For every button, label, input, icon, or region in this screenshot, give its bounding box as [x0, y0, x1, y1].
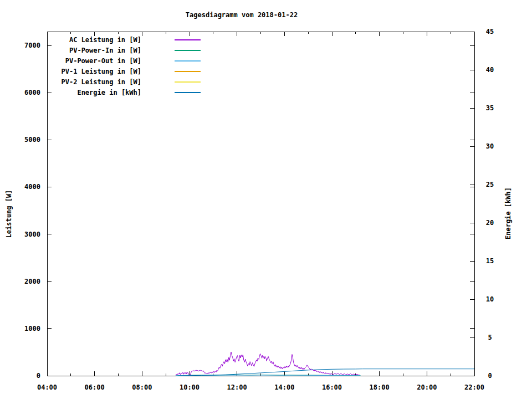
y-left-tick-label: 0 [37, 372, 40, 380]
x-tick-label: 14:00 [274, 383, 294, 391]
legend-color-swatch [175, 92, 201, 93]
y-left-tick-label: 6000 [24, 89, 40, 96]
legend-color-swatch [175, 81, 201, 83]
legend-label: AC Leistung in [W] [53, 36, 141, 44]
x-tick-label: 16:00 [322, 383, 342, 391]
legend-color-swatch [175, 60, 201, 62]
chart-canvas: 04:0006:0008:0010:0012:0014:0016:0018:00… [0, 0, 532, 399]
series-line-ac-leistung [176, 352, 360, 375]
x-tick-label: 10:00 [180, 383, 200, 391]
y-right-tick-label: 45 [486, 28, 494, 35]
legend-label: PV-Power-In in [W] [53, 47, 141, 54]
legend-color-swatch [175, 39, 201, 40]
y-right-tick-label: 30 [486, 142, 494, 150]
y-left-tick-label: 5000 [24, 136, 40, 144]
x-tick-label: 22:00 [464, 383, 484, 391]
y-right-tick-label: 5 [488, 334, 492, 341]
legend: AC Leistung in [W]PV-Power-In in [W]PV-P… [53, 34, 201, 98]
legend-item-pv-power-in: PV-Power-In in [W] [53, 45, 201, 55]
y-right-tick-label: 35 [486, 104, 494, 112]
legend-color-swatch [175, 50, 201, 51]
chart-title: Tagesdiagramm vom 2018-01-22 [186, 11, 298, 19]
x-tick-label: 18:00 [370, 383, 390, 391]
legend-item-pv-2-leistung: PV-2 Leistung in [W] [53, 76, 201, 87]
legend-label: PV-2 Leistung in [W] [53, 78, 141, 86]
legend-label: PV-1 Leistung in [W] [53, 68, 141, 75]
y-right-tick-label: 0 [488, 372, 492, 380]
y-left-tick-label: 3000 [24, 231, 40, 238]
y-right-tick-label: 25 [486, 181, 494, 188]
y-left-tick-label: 7000 [24, 42, 40, 49]
y-left-tick-label: 1000 [24, 325, 40, 332]
x-tick-label: 04:00 [37, 383, 57, 391]
legend-item-pv-power-out: PV-Power-Out in [W] [53, 55, 201, 66]
y-right-tick-label: 15 [486, 257, 494, 265]
series-line-energie [178, 369, 474, 376]
y-left-tick-label: 4000 [24, 183, 40, 191]
x-tick-label: 08:00 [132, 383, 152, 391]
x-tick-label: 06:00 [85, 383, 105, 391]
y-right-tick-label: 20 [486, 219, 494, 227]
legend-item-pv-1-leistung: PV-1 Leistung in [W] [53, 66, 201, 76]
right-axis-title: Energie [kWh] [504, 187, 512, 239]
legend-item-energie: Energie in [kWh] [53, 87, 201, 98]
legend-label: Energie in [kWh] [53, 89, 141, 96]
y-right-tick-label: 10 [486, 295, 494, 303]
legend-item-ac-leistung: AC Leistung in [W] [53, 34, 201, 45]
y-right-tick-label: 40 [486, 66, 494, 74]
legend-color-swatch [175, 71, 201, 72]
x-tick-label: 12:00 [227, 383, 247, 391]
x-tick-label: 20:00 [417, 383, 437, 391]
left-axis-title: Leistung [W] [5, 190, 13, 238]
y-left-tick-label: 2000 [24, 278, 40, 285]
legend-label: PV-Power-Out in [W] [53, 57, 141, 65]
